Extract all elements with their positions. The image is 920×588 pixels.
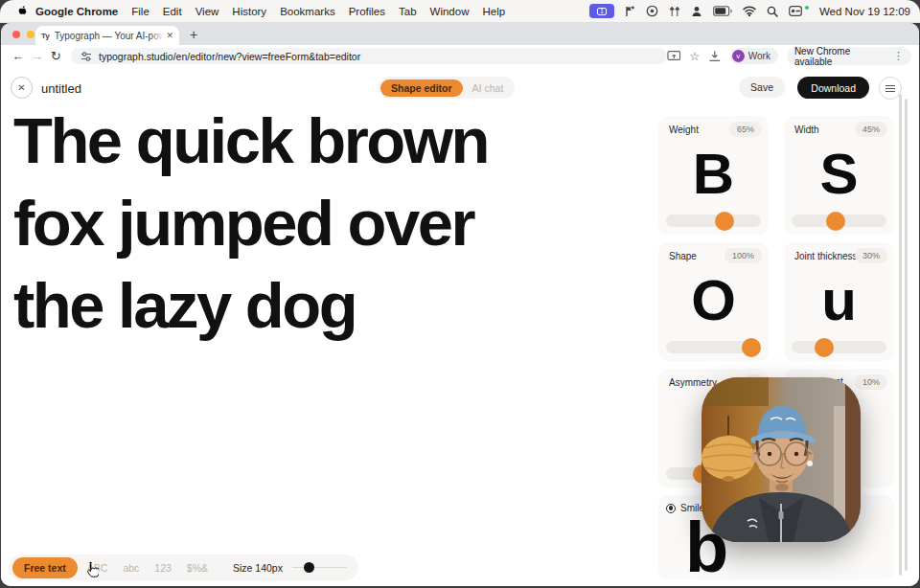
card-preview-letter: B xyxy=(658,137,769,210)
card-label: Joint thickness xyxy=(794,251,858,261)
radio-selected-icon[interactable] xyxy=(666,504,676,513)
menu-file[interactable]: File xyxy=(131,6,150,17)
chrome-window: Ty Typograph — Your AI-powere ✕ + ← → ↻ … xyxy=(1,23,919,586)
profile-chip[interactable]: v Work xyxy=(730,48,778,64)
size-control: Size 140px xyxy=(221,554,358,580)
control-center-icon[interactable] xyxy=(789,6,802,16)
card-preview-letter: S xyxy=(784,137,894,210)
download-icon[interactable] xyxy=(708,50,722,62)
weight-slider-handle[interactable] xyxy=(715,212,734,231)
preview-line: the lazy dog xyxy=(13,264,488,347)
search-icon[interactable] xyxy=(767,6,778,17)
tab-close-icon[interactable]: ✕ xyxy=(166,31,173,40)
document-title[interactable]: untitled xyxy=(41,81,81,96)
card-shape: Shape 100% O xyxy=(658,242,769,361)
menu-profiles[interactable]: Profiles xyxy=(349,6,385,17)
battery-icon[interactable] xyxy=(713,6,732,16)
back-button[interactable]: ← xyxy=(9,49,28,63)
preview-line: fox jumped over xyxy=(13,182,488,264)
minimize-window-button[interactable] xyxy=(27,31,34,38)
browser-toolbar: ← → ↻ typograph.studio/en/editor/new?vie… xyxy=(1,45,919,67)
menu-help[interactable]: Help xyxy=(482,6,505,17)
menubar-app-name[interactable]: Google Chrome xyxy=(35,6,118,17)
forward-button[interactable]: → xyxy=(28,49,47,63)
card-value-badge: 30% xyxy=(855,248,887,263)
macos-menubar: Google Chrome File Edit View History Boo… xyxy=(0,0,920,23)
screen-share-icon[interactable] xyxy=(667,50,681,62)
hand-cursor xyxy=(83,561,99,578)
glyph-tab-lowercase[interactable]: abc xyxy=(115,562,147,574)
download-button[interactable]: Download xyxy=(797,77,869,99)
card-joint-thickness: Joint thickness 30% u xyxy=(784,242,894,361)
screen-recording-indicator[interactable]: 1 xyxy=(589,4,614,18)
menu-tab[interactable]: Tab xyxy=(399,6,417,17)
glyph-tab-symbols[interactable]: $%& xyxy=(179,562,216,574)
card-label: Asymmetry xyxy=(669,377,717,388)
menu-edit[interactable]: Edit xyxy=(163,6,182,17)
card-value-badge: 10% xyxy=(855,374,887,390)
size-slider-handle[interactable] xyxy=(304,562,314,573)
save-button[interactable]: Save xyxy=(739,77,785,98)
more-menu-icon[interactable]: ⋮ xyxy=(893,50,904,62)
mode-toggle: Shape editor AI chat xyxy=(379,77,515,99)
profile-avatar: v xyxy=(732,50,745,62)
glyph-tab-free-text[interactable]: Free text xyxy=(12,557,78,578)
webcam-overlay[interactable] xyxy=(702,377,861,542)
panel-stack-edge xyxy=(899,94,902,576)
menubar-status-icons: 1 Wed Nov 19 12:09 xyxy=(589,4,910,18)
close-editor-button[interactable]: ✕ xyxy=(11,77,33,99)
card-label: Weight xyxy=(669,124,699,135)
flag-icon[interactable] xyxy=(625,6,635,17)
browser-tab[interactable]: Ty Typograph — Your AI-powere ✕ xyxy=(35,26,179,45)
panel-stack-edge xyxy=(905,99,908,571)
address-bar[interactable]: typograph.studio/en/editor/new?view=free… xyxy=(71,48,667,64)
shape-slider[interactable] xyxy=(666,341,761,353)
bookmark-star-icon[interactable]: ☆ xyxy=(689,50,700,63)
font-preview-text[interactable]: The quick brown fox jumped over the lazy… xyxy=(13,100,488,347)
profile-label: Work xyxy=(748,51,770,61)
card-weight: Weight 65% B xyxy=(658,116,769,235)
menu-view[interactable]: View xyxy=(196,6,219,17)
width-slider-handle[interactable] xyxy=(826,212,845,231)
user-icon[interactable] xyxy=(691,6,702,17)
card-preview-letter: O xyxy=(658,263,769,336)
joint-thickness-slider-handle[interactable] xyxy=(815,338,834,357)
close-window-button[interactable] xyxy=(12,31,20,38)
card-label: Width xyxy=(794,124,819,135)
joint-thickness-slider[interactable] xyxy=(792,341,886,353)
record-icon[interactable] xyxy=(646,5,658,17)
wifi-icon[interactable] xyxy=(743,6,756,16)
card-preview-letter: u xyxy=(784,263,894,336)
tab-strip: Ty Typograph — Your AI-powere ✕ + xyxy=(1,23,919,45)
tab-title: Typograph — Your AI-powere xyxy=(55,31,162,41)
tab-title-fade xyxy=(150,26,164,45)
menu-bookmarks[interactable]: Bookmarks xyxy=(280,6,335,17)
preview-line: The quick brown xyxy=(13,100,488,182)
chrome-update-button[interactable]: New Chrome available ⋮ xyxy=(787,47,911,65)
double-arrow-up-icon[interactable] xyxy=(669,6,680,17)
reload-button[interactable]: ↻ xyxy=(46,49,65,63)
card-value-badge: 100% xyxy=(724,248,762,263)
typograph-editor-page: ✕ untitled Shape editor AI chat Save Dow… xyxy=(1,67,919,586)
editor-header: ✕ untitled Shape editor AI chat Save Dow… xyxy=(11,77,909,100)
earbud xyxy=(807,461,813,466)
shape-slider-handle[interactable] xyxy=(742,338,761,357)
tune-icon[interactable] xyxy=(80,51,92,62)
menu-window[interactable]: Window xyxy=(430,6,470,17)
new-tab-button[interactable]: + xyxy=(185,27,202,44)
card-width: Width 45% S xyxy=(784,116,894,235)
url-text: typograph.studio/en/editor/new?view=free… xyxy=(99,51,360,62)
menu-history[interactable]: History xyxy=(232,6,266,17)
size-slider[interactable] xyxy=(292,567,347,569)
tab-ai-chat[interactable]: AI chat xyxy=(463,79,514,97)
door-frame xyxy=(845,377,861,542)
chrome-update-label: New Chrome available xyxy=(794,46,887,67)
width-slider[interactable] xyxy=(792,215,886,227)
apple-menu-icon[interactable] xyxy=(15,5,28,17)
card-value-badge: 65% xyxy=(729,122,762,137)
tab-shape-editor[interactable]: Shape editor xyxy=(380,79,463,97)
glyph-tab-numbers[interactable]: 123 xyxy=(147,562,179,574)
weight-slider[interactable] xyxy=(666,215,761,227)
screen: Google Chrome File Edit View History Boo… xyxy=(0,0,920,588)
menubar-clock[interactable]: Wed Nov 19 12:09 xyxy=(819,6,910,17)
